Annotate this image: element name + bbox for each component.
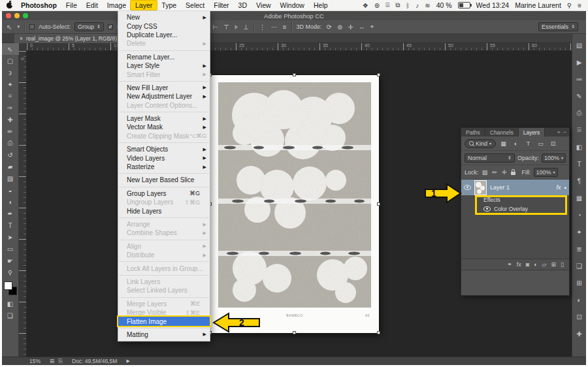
apple-logo-icon[interactable] <box>7 3 12 8</box>
layer-menu-item[interactable]: Create Clipping Mask ⌥⌘G <box>118 132 210 140</box>
layer-menu-item[interactable]: Layer Style ▶ <box>118 61 210 70</box>
layer-menu-item[interactable]: Combine Shapes ▶ <box>118 229 210 237</box>
collections-panel-icon[interactable]: ▤ <box>572 37 587 54</box>
ruler-origin-corner[interactable] <box>19 43 27 51</box>
3d-roll-icon[interactable]: ⊚ <box>336 24 343 31</box>
crop-tool[interactable]: ⌗ <box>2 90 19 102</box>
align-middle-v-icon[interactable]: ⊧ <box>234 24 238 31</box>
layer-menu-item[interactable] <box>118 185 210 189</box>
transform-handle[interactable] <box>377 202 380 206</box>
move-tool[interactable]: ⇖ <box>2 43 19 55</box>
layer-menu-item[interactable]: Select Linked Layers <box>118 286 210 295</box>
thumbnail-grid-icon[interactable]: ⊞ <box>50 358 54 365</box>
layer-menu-item[interactable] <box>118 215 210 220</box>
layer-row-selected[interactable]: Layer 1 fx ▴ <box>461 180 569 195</box>
device-preview-panel-icon[interactable]: ⌸ <box>572 121 587 138</box>
lasso-tool[interactable]: ϶ <box>2 67 19 78</box>
dropbox-icon[interactable]: ❖ <box>363 2 368 9</box>
layer-thumbnail[interactable] <box>474 180 487 195</box>
3d-rotate-icon[interactable]: ⟳ <box>326 24 333 31</box>
layer-menu-item[interactable]: Arrange ▶ <box>118 220 210 229</box>
layer-menu-item[interactable]: Copy CSS <box>118 22 210 30</box>
panel-tab[interactable]: Channels <box>485 128 519 136</box>
marquee-tool[interactable]: ▢ <box>2 55 19 67</box>
filter-kind-dropdown[interactable]: Kind ▾ <box>465 139 496 148</box>
brushes-panel-icon[interactable]: ✚ <box>572 325 587 342</box>
new-layer-icon[interactable]: ⊞ <box>551 261 557 268</box>
layer-menu-item[interactable]: Align ▶ <box>118 242 210 251</box>
layer-menu-item[interactable]: Vector Mask ▶ <box>118 123 210 131</box>
lock-all-icon[interactable] <box>511 172 515 175</box>
layer-menu-item[interactable]: Layer Content Options... <box>118 101 210 110</box>
layer-menu-item[interactable]: Smart Objects ▶ <box>118 145 210 153</box>
delete-layer-icon[interactable]: ▯ <box>561 261 564 268</box>
info-panel-icon[interactable]: ◔ <box>572 206 587 223</box>
menubar-clock[interactable]: Wed 13:24 <box>476 1 510 9</box>
dodge-tool[interactable]: ◖ <box>2 196 19 208</box>
pixel-layer-filter-icon[interactable]: ▦ <box>498 140 508 147</box>
link-layers-icon[interactable]: ⚭ <box>507 261 512 268</box>
distribute-v-icon[interactable]: ⋮ <box>259 24 267 31</box>
histogram-panel-icon[interactable]: ▦ <box>572 189 587 206</box>
tool-preset-caret-icon[interactable]: ▾ <box>16 24 20 29</box>
layer-menu-item[interactable] <box>118 110 210 114</box>
pen-tool[interactable]: ✒ <box>2 208 19 219</box>
layer-menu-item[interactable]: Lock All Layers in Group... <box>118 264 210 272</box>
layer-menu-item[interactable]: Video Layers ▶ <box>118 153 210 162</box>
layer-menu-item[interactable]: Group Layers ⌘G <box>118 189 210 198</box>
sync-icon[interactable]: ⧉ <box>395 1 400 9</box>
layer-menu-item[interactable] <box>118 48 210 53</box>
adjustment-filter-icon[interactable]: ◐ <box>511 140 521 147</box>
align-top-icon[interactable]: ⊤ <box>223 24 230 31</box>
layer-menu-item[interactable]: Layer Mask ▶ <box>118 114 210 123</box>
auto-select-checkbox[interactable] <box>29 24 35 29</box>
tool-presets-panel-icon[interactable]: ≔ <box>572 71 587 88</box>
layer-menu-item[interactable] <box>118 171 210 176</box>
menubar-user[interactable]: Marine Laurent <box>515 1 561 9</box>
menubar-item[interactable]: Select <box>181 1 209 10</box>
navigator-panel-icon[interactable]: ◧ <box>572 138 587 155</box>
foreground-color-swatch[interactable] <box>4 281 12 290</box>
layer-fx-badge[interactable]: fx <box>556 184 561 191</box>
status-options-arrow-icon[interactable]: ▶ <box>126 359 129 364</box>
fx-collapse-icon[interactable]: ▴ <box>564 185 566 190</box>
layer-menu-item[interactable]: New ▶ <box>118 13 210 22</box>
3d-slide-icon[interactable]: ⇔ <box>358 24 366 31</box>
lock-pixels-icon[interactable]: ✏ <box>491 169 498 176</box>
menubar-item[interactable]: Window <box>276 1 309 10</box>
clone-source-panel-icon[interactable]: ⎙ <box>572 104 587 121</box>
layer-style-icon[interactable]: fx <box>517 261 521 268</box>
layer-menu-item[interactable]: Ungroup Layers ⇧⌘G <box>118 198 210 206</box>
brush-tool[interactable]: ✏ <box>2 125 19 137</box>
path-selection-tool[interactable]: ➤ <box>2 231 19 243</box>
layer-menu-item[interactable] <box>118 79 210 84</box>
layer-menu-item[interactable]: Hide Layers <box>118 206 210 215</box>
adjustment-layer-icon[interactable]: ◐ <box>534 261 537 268</box>
layer-menu-item[interactable]: Merge Layers ⌘E <box>118 300 210 308</box>
layer-menu-item[interactable]: Distribute ▶ <box>118 251 210 259</box>
menubar-item[interactable]: Filter <box>209 1 233 10</box>
layer-menu-item[interactable]: New Fill Layer ▶ <box>118 84 210 92</box>
panel-tab[interactable]: Layers <box>519 128 546 136</box>
document-canvas[interactable]: BAMBCO A5 <box>210 75 379 333</box>
menubar-item[interactable]: 3D <box>234 1 252 10</box>
menubar-item[interactable]: Photoshop <box>16 1 61 10</box>
notification-center-icon[interactable]: ≡ <box>578 2 581 9</box>
hand-tool[interactable]: ☛ <box>2 255 19 266</box>
timeline-panel-icon[interactable]: ⊞ <box>572 274 587 291</box>
layer-menu-item[interactable]: Matting ▶ <box>118 330 210 339</box>
distribute-all-icon[interactable]: ≡ <box>282 24 287 31</box>
smart-object-filter-icon[interactable]: ⊡ <box>548 140 558 147</box>
3d-scale-icon[interactable]: ⌖ <box>370 23 375 31</box>
layer-menu-item[interactable]: Smart Filter ▶ <box>118 70 210 78</box>
align-bottom-icon[interactable]: ⊥ <box>242 24 250 31</box>
distribute-h-icon[interactable]: ⋯ <box>270 24 278 31</box>
displays-icon[interactable]: ⌸ <box>385 1 389 9</box>
menubar-item[interactable]: Layer <box>131 1 157 10</box>
volume-icon[interactable]: ♪ <box>416 2 419 9</box>
shape-tool[interactable]: ▭ <box>2 243 19 255</box>
paragraph-panel-icon[interactable]: ¶ <box>572 172 587 189</box>
eyedropper-tool[interactable]: ✑ <box>2 102 19 114</box>
vertical-ruler[interactable]: 0510152025303540 <box>19 51 27 357</box>
eraser-tool[interactable]: ▰ <box>2 161 19 172</box>
